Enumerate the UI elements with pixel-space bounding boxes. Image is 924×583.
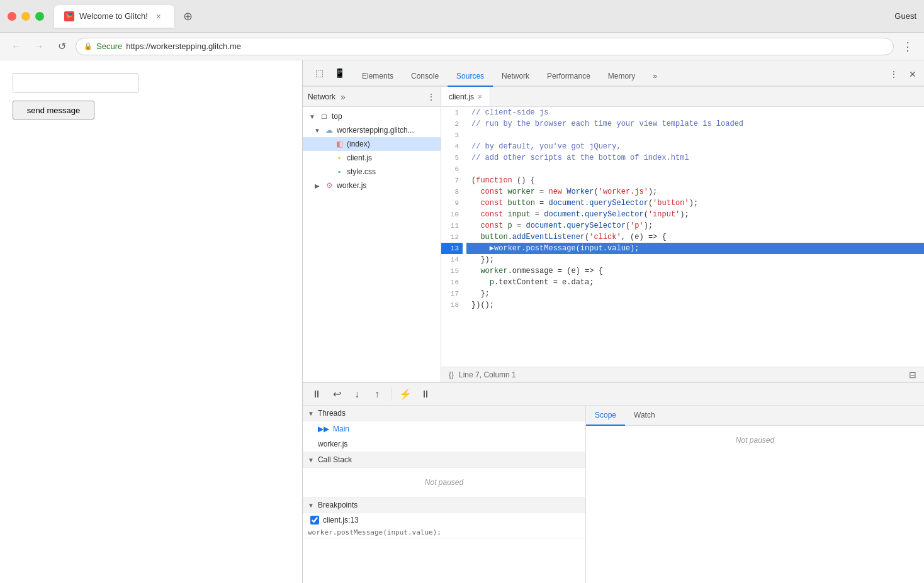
code-line-7: (function () { — [466, 175, 924, 186]
line-num-17: 17 — [441, 288, 463, 299]
tree-item-client[interactable]: ▶ ▪ client.js — [303, 151, 441, 165]
line-num-13: 13 — [441, 243, 463, 254]
code-line-2: // run by the browser each time your vie… — [466, 118, 924, 130]
tab-scope[interactable]: Scope — [586, 406, 625, 426]
call-stack-header[interactable]: ▼ Call Stack — [303, 452, 585, 468]
line-num-16: 16 — [441, 277, 463, 288]
tree-item-style[interactable]: ▶ ▪ style.css — [303, 165, 441, 179]
device-toolbar-button[interactable]: 📱 — [330, 64, 348, 82]
tree-item-index[interactable]: ▶ ◧ (index) — [303, 137, 441, 151]
threads-header[interactable]: ▼ Threads — [303, 406, 585, 421]
tab-close-button[interactable]: × — [153, 11, 164, 22]
debugger-left-panel: ▼ Threads ▶▶ Main worker.js — [303, 406, 586, 583]
devtools-settings-button[interactable]: ⋮ — [885, 65, 903, 83]
network-tab-label[interactable]: Network — [308, 92, 335, 101]
tree-item-worker[interactable]: ▶ ⚙ worker.js — [303, 179, 441, 192]
status-curly-braces: {} — [449, 370, 454, 379]
reload-button[interactable]: ↺ — [53, 38, 70, 55]
editor-tab-client[interactable]: client.js × — [441, 87, 490, 106]
code-line-18: })(); — [466, 299, 924, 311]
forward-button[interactable]: → — [30, 38, 48, 55]
thread-main-icon: ▶▶ — [318, 425, 329, 433]
debugger-panel: ⏸ ↩ ↓ ↑ ⚡ ⏸ — [303, 382, 924, 583]
close-button[interactable] — [8, 12, 16, 21]
browser-tab[interactable]: 🎏 Welcome to Glitch! × — [54, 5, 174, 28]
tree-item-top[interactable]: ▼ □ top — [303, 109, 441, 123]
code-line-1: // client-side js — [466, 107, 924, 118]
status-position: Line 7, Column 1 — [459, 370, 516, 379]
tab-watch[interactable]: Watch — [625, 406, 664, 426]
tab-elements[interactable]: Elements — [353, 67, 402, 87]
code-line-8: const worker = new Worker('worker.js'); — [466, 186, 924, 197]
tab-network[interactable]: Network — [493, 67, 538, 87]
editor-tab-label: client.js — [449, 92, 474, 101]
scope-not-paused: Not paused — [586, 426, 924, 455]
tree-gear-icon: ⚙ — [324, 180, 334, 191]
tab-more[interactable]: » — [644, 67, 666, 87]
tree-folder-icon-top: □ — [319, 111, 329, 121]
tab-sources[interactable]: Sources — [448, 67, 493, 87]
address-bar[interactable]: 🔒 Secure https://workerstepping.glitch.m… — [76, 38, 894, 55]
code-line-12: button.addEventListener('click', (e) => … — [466, 231, 924, 243]
line-num-14: 14 — [441, 254, 463, 265]
debug-right-tabs: Scope Watch — [586, 406, 924, 426]
minimize-button[interactable] — [21, 12, 30, 21]
code-line-3 — [466, 130, 924, 141]
message-input[interactable] — [13, 73, 138, 93]
element-picker-button[interactable]: ⬚ — [310, 64, 328, 82]
call-stack-title: Call Stack — [318, 455, 352, 464]
breakpoint-checkbox[interactable] — [310, 516, 319, 525]
tree-item-domain[interactable]: ▼ ☁ workerstepping.glitch... — [303, 123, 441, 137]
tree-arrow-domain: ▼ — [313, 126, 322, 135]
new-tab-button[interactable]: ⊕ — [179, 8, 197, 25]
step-out-button[interactable]: ↑ — [368, 386, 386, 403]
send-message-button[interactable]: send message — [13, 101, 94, 119]
user-area: Guest — [894, 11, 916, 21]
breakpoint-item-1[interactable]: client.js:13 — [303, 513, 585, 527]
page-content: send message — [0, 60, 302, 583]
editor-tab-close-button[interactable]: × — [478, 92, 482, 101]
more-options-button[interactable]: ⋮ — [899, 38, 916, 55]
code-line-5: // add other scripts at the bottom of in… — [466, 152, 924, 164]
pause-on-exceptions-button[interactable]: ⏸ — [417, 386, 434, 403]
status-expand-button[interactable]: ⊟ — [909, 370, 916, 380]
sources-top-bar: Network » ⋮ — [303, 87, 441, 107]
thread-main[interactable]: ▶▶ Main — [303, 421, 585, 436]
line-num-12: 12 — [441, 231, 463, 243]
tab-performance[interactable]: Performance — [538, 67, 599, 87]
pause-resume-button[interactable]: ⏸ — [308, 386, 325, 403]
devtools-tabs: ⬚ 📱 Elements Console Sources Network Per… — [303, 60, 924, 87]
line-num-5: 5 — [441, 152, 463, 164]
line-num-15: 15 — [441, 265, 463, 277]
threads-title: Threads — [318, 409, 346, 418]
breakpoints-header[interactable]: ▼ Breakpoints — [303, 497, 585, 513]
tree-label-style: style.css — [347, 167, 376, 176]
sources-menu-button[interactable]: ⋮ — [427, 92, 436, 102]
maximize-button[interactable] — [35, 12, 44, 21]
deactivate-breakpoints-button[interactable]: ⚡ — [397, 386, 414, 403]
status-bar: {} Line 7, Column 1 ⊟ — [441, 367, 924, 382]
line-num-8: 8 — [441, 186, 463, 197]
code-line-6 — [466, 164, 924, 175]
call-stack-section: ▼ Call Stack Not paused — [303, 452, 585, 497]
tab-memory[interactable]: Memory — [599, 67, 644, 87]
back-button[interactable]: ← — [8, 38, 25, 55]
tree-js-icon-client: ▪ — [334, 153, 344, 163]
code-editor[interactable]: 1 2 3 4 5 6 7 8 9 10 — [441, 107, 924, 367]
breakpoint-code: worker.postMessage(input.value); — [303, 527, 585, 538]
tree-cloud-icon: ☁ — [324, 125, 334, 135]
sources-more-button[interactable]: » — [341, 92, 346, 102]
line-num-7: 7 — [441, 175, 463, 186]
line-numbers: 1 2 3 4 5 6 7 8 9 10 — [441, 107, 466, 367]
devtools-panel: ⬚ 📱 Elements Console Sources Network Per… — [302, 60, 924, 583]
step-over-button[interactable]: ↩ — [328, 386, 346, 403]
tab-console[interactable]: Console — [402, 67, 448, 87]
breakpoints-title: Breakpoints — [318, 501, 358, 509]
devtools-close-button[interactable]: ✕ — [904, 65, 921, 83]
step-into-button[interactable]: ↓ — [348, 386, 366, 403]
line-num-11: 11 — [441, 220, 463, 231]
secure-label: Secure — [96, 42, 122, 51]
thread-worker[interactable]: worker.js — [303, 436, 585, 452]
tree-label-worker: worker.js — [337, 181, 366, 190]
file-tree: ▼ □ top ▼ ☁ workerstepping.glitch... — [303, 107, 441, 382]
